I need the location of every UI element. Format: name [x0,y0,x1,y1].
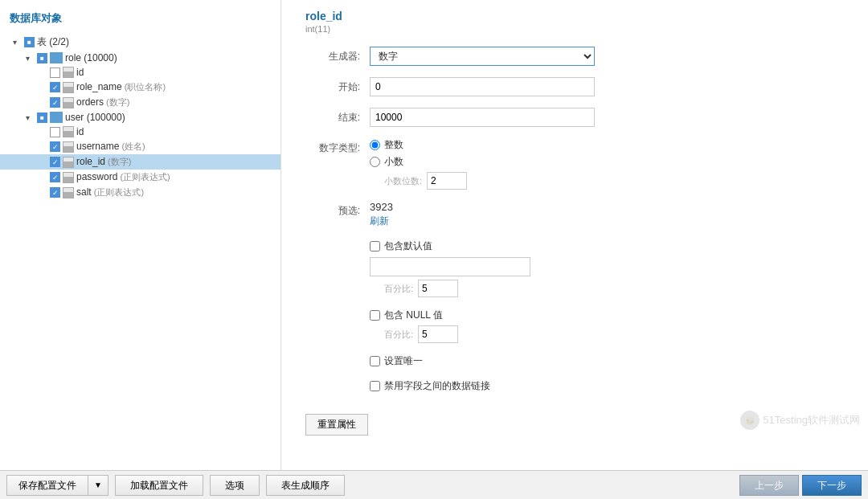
options-button[interactable]: 选项 [210,475,260,496]
radio-decimal-input[interactable] [370,157,380,167]
table-icon-role-table [50,52,63,63]
checkbox-user-password[interactable] [50,172,60,182]
radio-decimal-label: 小数 [384,155,403,169]
save-config-arrow[interactable]: ▼ [88,475,108,496]
decimal-places-input[interactable] [427,172,467,190]
preview-value: 3923 [370,201,595,213]
reset-button[interactable]: 重置属性 [305,414,368,436]
include-null-checkbox[interactable] [370,310,380,321]
label-role-name: role_name (职位名称) [76,81,166,93]
decimal-places-label: 小数位数: [384,175,422,187]
next-button[interactable]: 下一步 [802,475,862,496]
numtype-control: 整数 小数 小数位数: [370,138,595,190]
include-null-row: 包含 NULL 值 百分比: [305,309,844,343]
no-link-checkbox[interactable] [370,381,380,391]
null-percent-row: 百分比: [370,325,595,343]
unique-row: 设置唯一 [305,354,844,368]
no-link-control: 禁用字段之间的数据链接 [370,379,595,393]
label-tables-group: 表 (2/2) [37,35,69,49]
tree-arrow-user-table: ▾ [26,113,37,122]
include-default-row: 包含默认值 百分比: [305,239,844,297]
field-type: int(11) [305,24,844,34]
generator-row: 生成器: 数字 随机字符串 正则表达式 姓名 [305,47,844,66]
nav-buttons: 上一步 下一步 [739,475,862,496]
right-panel: role_id int(11) 生成器: 数字 随机字符串 正则表达式 姓名 开… [281,0,868,470]
end-input[interactable] [370,108,595,127]
save-config-button[interactable]: 保存配置文件 [6,475,88,496]
tree-item-user-salt[interactable]: salt (正则表达式) [0,185,280,200]
preview-row: 预选: 3923 刷新 [305,201,844,228]
preview-control: 3923 刷新 [370,201,595,228]
unique-control: 设置唯一 [370,354,595,368]
label-user-id: id [76,126,84,137]
tree-item-user-username[interactable]: username (姓名) [0,139,280,154]
include-null-control: 包含 NULL 值 百分比: [370,309,595,343]
tree-item-user-table[interactable]: ▾user (100000) [0,110,280,125]
checkbox-role-orders[interactable] [50,97,60,108]
tree-item-tables-group[interactable]: ▾表 (2/2) [0,34,280,51]
preview-label: 预选: [305,201,370,218]
tree-arrow-role-table: ▾ [26,54,37,63]
radio-decimal: 小数 [370,155,595,169]
radio-integer-input[interactable] [370,140,380,150]
include-default-checkbox[interactable] [370,241,380,252]
tree-item-role-table[interactable]: ▾role (10000) [0,51,280,65]
checkbox-user-table[interactable] [37,112,47,123]
label-user-username: username (姓名) [76,141,145,153]
checkbox-user-salt[interactable] [50,187,60,198]
default-percent-label: 百分比: [370,283,413,295]
tree-item-user-password[interactable]: password (正则表达式) [0,170,280,185]
include-null-label[interactable]: 包含 NULL 值 [370,309,595,322]
start-input[interactable] [370,77,595,96]
col-icon-role-id [63,67,74,78]
label-role-id: id [76,67,84,78]
default-percent-row2: 百分比: [370,280,595,297]
table-order-button[interactable]: 表生成顺序 [266,475,345,496]
label-role-table: role (10000) [65,52,117,63]
tree-arrow-tables-group: ▾ [13,38,24,47]
refresh-link[interactable]: 刷新 [370,215,389,227]
label-user-password: password (正则表达式) [76,171,170,183]
decimal-row: 小数位数: [370,172,595,190]
numtype-label: 数字类型: [305,138,370,155]
start-row: 开始: [305,77,844,96]
checkbox-role-id[interactable] [50,67,60,78]
generator-select[interactable]: 数字 随机字符串 正则表达式 姓名 [370,47,595,66]
tree-item-role-orders[interactable]: orders (数字) [0,95,280,110]
include-default-label[interactable]: 包含默认值 [370,239,595,253]
radio-integer: 整数 [370,138,595,152]
prev-button[interactable]: 上一步 [739,475,799,496]
tree-item-user-role-id[interactable]: role_id (数字) [0,154,280,170]
save-config-split: 保存配置文件 ▼ [6,475,108,496]
default-percent-input[interactable] [418,280,458,297]
null-percent-label: 百分比: [370,329,413,341]
generator-label: 生成器: [305,47,370,63]
table-icon-user-table [50,112,63,123]
checkbox-role-name[interactable] [50,82,60,92]
unique-checkbox[interactable] [370,356,380,366]
generator-control: 数字 随机字符串 正则表达式 姓名 [370,47,595,66]
field-name: role_id [305,10,844,22]
numtype-row: 数字类型: 整数 小数 小数位数: [305,138,844,190]
end-label: 结束: [305,108,370,125]
checkbox-role-table[interactable] [37,53,47,63]
tree-item-user-id[interactable]: id [0,125,280,139]
col-icon-role-orders [63,97,74,108]
tree-item-role-name[interactable]: role_name (职位名称) [0,80,280,95]
col-icon-role-name [63,82,74,93]
unique-spacer [305,354,370,358]
tree-item-role-id[interactable]: id [0,65,280,80]
unique-label[interactable]: 设置唯一 [370,354,595,368]
col-icon-user-salt [63,187,74,198]
null-percent-input[interactable] [418,325,458,343]
no-link-label[interactable]: 禁用字段之间的数据链接 [370,379,595,393]
checkbox-user-role-id[interactable] [50,157,60,167]
load-config-button[interactable]: 加载配置文件 [115,475,203,496]
label-user-role-id: role_id (数字) [76,156,131,168]
checkbox-user-id[interactable] [50,127,60,137]
reset-section: 重置属性 [305,406,844,436]
checkbox-user-username[interactable] [50,141,60,152]
checkbox-tables-group[interactable] [24,37,35,47]
default-value-wrapper [370,257,595,276]
default-value-input[interactable] [370,257,530,276]
